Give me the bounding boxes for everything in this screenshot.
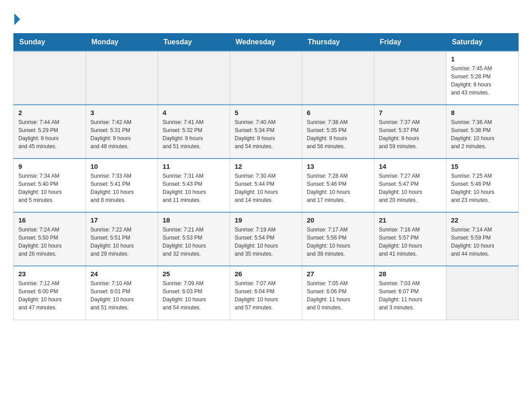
day-number: 22 [451, 216, 514, 224]
day-number: 10 [90, 163, 153, 170]
day-info: Sunrise: 7:07 AM Sunset: 6:04 PM Dayligh… [235, 279, 297, 312]
calendar-table: SundayMondayTuesdayWednesdayThursdayFrid… [13, 33, 519, 320]
day-info: Sunrise: 7:37 AM Sunset: 5:37 PM Dayligh… [379, 118, 442, 150]
calendar-cell: 10Sunrise: 7:33 AM Sunset: 5:41 PM Dayli… [86, 158, 158, 212]
day-info: Sunrise: 7:21 AM Sunset: 5:53 PM Dayligh… [163, 226, 225, 258]
calendar-cell: 2Sunrise: 7:44 AM Sunset: 5:29 PM Daylig… [14, 105, 86, 158]
calendar-cell: 4Sunrise: 7:41 AM Sunset: 5:32 PM Daylig… [158, 105, 230, 158]
day-info: Sunrise: 7:10 AM Sunset: 6:01 PM Dayligh… [90, 279, 153, 312]
day-info: Sunrise: 7:05 AM Sunset: 6:06 PM Dayligh… [307, 279, 369, 312]
calendar-cell: 24Sunrise: 7:10 AM Sunset: 6:01 PM Dayli… [86, 266, 158, 320]
day-number: 20 [307, 216, 369, 224]
day-number: 1 [451, 55, 514, 63]
day-info: Sunrise: 7:30 AM Sunset: 5:44 PM Dayligh… [235, 172, 297, 204]
day-info: Sunrise: 7:27 AM Sunset: 5:47 PM Dayligh… [379, 172, 442, 204]
calendar-cell: 21Sunrise: 7:16 AM Sunset: 5:57 PM Dayli… [374, 212, 446, 266]
day-info: Sunrise: 7:19 AM Sunset: 5:54 PM Dayligh… [235, 226, 297, 258]
day-number: 15 [451, 163, 514, 170]
day-info: Sunrise: 7:09 AM Sunset: 6:03 PM Dayligh… [163, 279, 225, 312]
day-info: Sunrise: 7:14 AM Sunset: 5:59 PM Dayligh… [451, 226, 514, 258]
calendar-cell: 16Sunrise: 7:24 AM Sunset: 5:50 PM Dayli… [14, 212, 86, 266]
day-info: Sunrise: 7:33 AM Sunset: 5:41 PM Dayligh… [90, 172, 153, 204]
calendar-cell: 23Sunrise: 7:12 AM Sunset: 6:00 PM Dayli… [14, 266, 86, 320]
page-header [13, 9, 519, 25]
day-header-thursday: Thursday [302, 34, 374, 51]
calendar-cell [86, 51, 158, 105]
day-number: 4 [163, 109, 225, 116]
calendar-cell: 15Sunrise: 7:25 AM Sunset: 5:48 PM Dayli… [446, 158, 519, 212]
calendar-cell: 3Sunrise: 7:42 AM Sunset: 5:31 PM Daylig… [86, 105, 158, 158]
calendar-cell [230, 51, 302, 105]
calendar-cell [158, 51, 230, 105]
calendar-cell [14, 51, 86, 105]
day-number: 21 [379, 216, 442, 224]
day-number: 25 [163, 270, 225, 278]
calendar-week-row: 2Sunrise: 7:44 AM Sunset: 5:29 PM Daylig… [14, 105, 519, 158]
day-header-wednesday: Wednesday [230, 34, 302, 51]
day-number: 6 [307, 109, 369, 116]
day-header-monday: Monday [86, 34, 158, 51]
day-number: 12 [235, 163, 297, 170]
day-number: 24 [90, 270, 153, 278]
calendar-cell: 9Sunrise: 7:34 AM Sunset: 5:40 PM Daylig… [14, 158, 86, 212]
day-info: Sunrise: 7:12 AM Sunset: 6:00 PM Dayligh… [18, 279, 81, 312]
day-info: Sunrise: 7:25 AM Sunset: 5:48 PM Dayligh… [451, 172, 514, 204]
calendar-cell: 14Sunrise: 7:27 AM Sunset: 5:47 PM Dayli… [374, 158, 446, 212]
calendar-cell: 13Sunrise: 7:28 AM Sunset: 5:46 PM Dayli… [302, 158, 374, 212]
day-number: 17 [90, 216, 153, 224]
day-info: Sunrise: 7:45 AM Sunset: 5:28 PM Dayligh… [451, 64, 514, 97]
calendar-cell [446, 266, 519, 320]
day-info: Sunrise: 7:28 AM Sunset: 5:46 PM Dayligh… [307, 172, 369, 204]
day-number: 7 [379, 109, 442, 116]
day-number: 28 [379, 270, 442, 278]
day-number: 27 [307, 270, 369, 278]
calendar-cell: 25Sunrise: 7:09 AM Sunset: 6:03 PM Dayli… [158, 266, 230, 320]
day-info: Sunrise: 7:22 AM Sunset: 5:51 PM Dayligh… [90, 226, 153, 258]
calendar-cell: 5Sunrise: 7:40 AM Sunset: 5:34 PM Daylig… [230, 105, 302, 158]
day-header-sunday: Sunday [14, 34, 86, 51]
day-number: 3 [90, 109, 153, 116]
calendar-cell: 7Sunrise: 7:37 AM Sunset: 5:37 PM Daylig… [374, 105, 446, 158]
day-number: 14 [379, 163, 442, 170]
day-info: Sunrise: 7:44 AM Sunset: 5:29 PM Dayligh… [18, 118, 81, 150]
day-number: 13 [307, 163, 369, 170]
day-header-friday: Friday [374, 34, 446, 51]
calendar-header-row: SundayMondayTuesdayWednesdayThursdayFrid… [14, 34, 519, 51]
calendar-cell: 27Sunrise: 7:05 AM Sunset: 6:06 PM Dayli… [302, 266, 374, 320]
day-number: 8 [451, 109, 514, 116]
day-number: 26 [235, 270, 297, 278]
calendar-cell: 8Sunrise: 7:36 AM Sunset: 5:38 PM Daylig… [446, 105, 519, 158]
calendar-cell: 18Sunrise: 7:21 AM Sunset: 5:53 PM Dayli… [158, 212, 230, 266]
day-info: Sunrise: 7:31 AM Sunset: 5:43 PM Dayligh… [163, 172, 225, 204]
day-info: Sunrise: 7:34 AM Sunset: 5:40 PM Dayligh… [18, 172, 81, 204]
calendar-week-row: 9Sunrise: 7:34 AM Sunset: 5:40 PM Daylig… [14, 158, 519, 212]
day-info: Sunrise: 7:16 AM Sunset: 5:57 PM Dayligh… [379, 226, 442, 258]
day-info: Sunrise: 7:36 AM Sunset: 5:38 PM Dayligh… [451, 118, 514, 150]
calendar-cell [302, 51, 374, 105]
calendar-week-row: 23Sunrise: 7:12 AM Sunset: 6:00 PM Dayli… [14, 266, 519, 320]
day-number: 2 [18, 109, 81, 116]
day-info: Sunrise: 7:17 AM Sunset: 5:56 PM Dayligh… [307, 226, 369, 258]
day-number: 11 [163, 163, 225, 170]
day-info: Sunrise: 7:42 AM Sunset: 5:31 PM Dayligh… [90, 118, 153, 150]
day-header-tuesday: Tuesday [158, 34, 230, 51]
day-info: Sunrise: 7:03 AM Sunset: 6:07 PM Dayligh… [379, 279, 442, 312]
calendar-cell: 19Sunrise: 7:19 AM Sunset: 5:54 PM Dayli… [230, 212, 302, 266]
calendar-cell: 1Sunrise: 7:45 AM Sunset: 5:28 PM Daylig… [446, 51, 519, 105]
day-number: 19 [235, 216, 297, 224]
calendar-cell: 26Sunrise: 7:07 AM Sunset: 6:04 PM Dayli… [230, 266, 302, 320]
calendar-week-row: 1Sunrise: 7:45 AM Sunset: 5:28 PM Daylig… [14, 51, 519, 105]
day-number: 9 [18, 163, 81, 170]
day-info: Sunrise: 7:24 AM Sunset: 5:50 PM Dayligh… [18, 226, 81, 258]
day-info: Sunrise: 7:38 AM Sunset: 5:35 PM Dayligh… [307, 118, 369, 150]
day-number: 5 [235, 109, 297, 116]
day-info: Sunrise: 7:41 AM Sunset: 5:32 PM Dayligh… [163, 118, 225, 150]
calendar-week-row: 16Sunrise: 7:24 AM Sunset: 5:50 PM Dayli… [14, 212, 519, 266]
calendar-cell: 6Sunrise: 7:38 AM Sunset: 5:35 PM Daylig… [302, 105, 374, 158]
calendar-cell: 20Sunrise: 7:17 AM Sunset: 5:56 PM Dayli… [302, 212, 374, 266]
calendar-cell [374, 51, 446, 105]
calendar-cell: 28Sunrise: 7:03 AM Sunset: 6:07 PM Dayli… [374, 266, 446, 320]
calendar-cell: 11Sunrise: 7:31 AM Sunset: 5:43 PM Dayli… [158, 158, 230, 212]
calendar-cell: 22Sunrise: 7:14 AM Sunset: 5:59 PM Dayli… [446, 212, 519, 266]
calendar-cell: 17Sunrise: 7:22 AM Sunset: 5:51 PM Dayli… [86, 212, 158, 266]
